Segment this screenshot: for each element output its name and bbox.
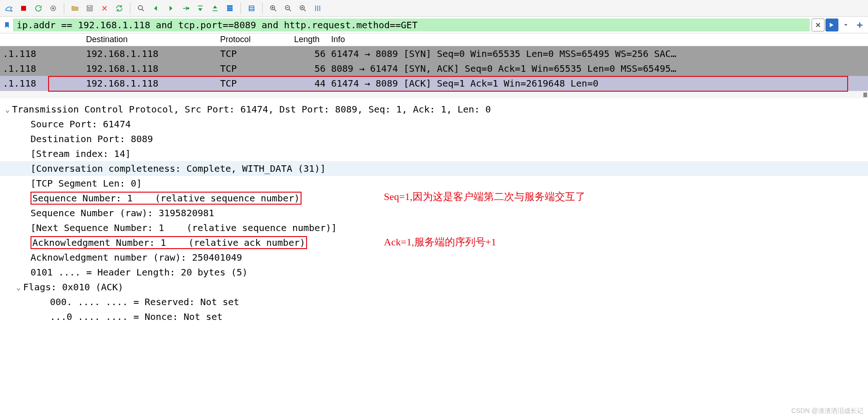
cell-info: 61474 → 8089 [ACK] Seq=1 Ack=1 Win=26196… (328, 78, 866, 89)
filter-history-icon[interactable] (839, 19, 852, 31)
filter-clear-icon[interactable] (812, 19, 825, 31)
svg-point-2 (53, 7, 54, 9)
autoscroll-icon[interactable] (224, 2, 236, 14)
col-length[interactable]: Length (291, 35, 328, 44)
bottom-icon[interactable] (209, 2, 221, 14)
svg-point-5 (138, 6, 142, 10)
display-filter-input[interactable] (13, 19, 810, 31)
packet-list-pane: Destination Protocol Length Info .1.118 … (0, 33, 868, 98)
expander-icon[interactable]: ⌄ (3, 105, 12, 114)
cell-source: .1.118 (0, 78, 83, 89)
watermark: CSDN @渣渣洒泪成长记 (791, 407, 863, 415)
zoom-reset-icon[interactable] (297, 2, 309, 14)
packet-list-header[interactable]: Destination Protocol Length Info (0, 33, 868, 46)
field-flags[interactable]: ⌄ Flags: 0x010 (ACK) (0, 280, 868, 294)
prev-icon[interactable] (150, 2, 162, 14)
field-conversation-completeness[interactable]: [Conversation completeness: Complete, WI… (0, 161, 868, 176)
cell-destination: 192.168.1.118 (83, 63, 217, 74)
svg-rect-12 (249, 6, 254, 11)
field-header-length[interactable]: 0101 .... = Header Length: 20 bytes (5) (0, 265, 868, 280)
cell-protocol: TCP (217, 48, 291, 59)
top-icon[interactable] (194, 2, 206, 14)
toolbar-separator (130, 3, 130, 14)
reload-icon[interactable] (113, 2, 125, 14)
toolbar-separator (240, 3, 241, 14)
app-root: + Destination Protocol Length Info .1.11… (0, 0, 868, 419)
col-protocol[interactable]: Protocol (217, 35, 291, 44)
find-icon[interactable] (135, 2, 147, 14)
jump-icon[interactable] (179, 2, 191, 14)
packet-row[interactable]: .1.118 192.168.1.118 TCP 56 61474 → 8089… (0, 46, 868, 61)
filter-add-icon[interactable]: + (853, 19, 866, 31)
colorize-icon[interactable] (246, 2, 258, 14)
close-file-icon[interactable] (98, 2, 111, 14)
options-icon[interactable] (47, 2, 59, 14)
packet-details-pane: ⌄ Transmission Control Protocol, Src Por… (0, 98, 868, 419)
zoom-out-icon[interactable] (282, 2, 294, 14)
resize-cols-icon[interactable] (312, 2, 324, 14)
svg-rect-0 (21, 6, 26, 11)
restart-icon[interactable] (32, 2, 44, 14)
shark-icon[interactable] (3, 2, 15, 14)
svg-point-6 (188, 7, 189, 9)
open-icon[interactable] (69, 2, 81, 14)
field-source-port[interactable]: Source Port: 61474 (0, 117, 868, 131)
col-destination[interactable]: Destination (83, 35, 217, 44)
filter-apply-icon[interactable] (825, 19, 838, 31)
svg-rect-9 (228, 6, 233, 6)
proto-tcp-label: Transmission Control Protocol, Src Port:… (12, 104, 491, 115)
cell-protocol: TCP (217, 78, 291, 89)
toolbar-separator (64, 3, 64, 14)
field-sequence-number-raw[interactable]: Sequence Number (raw): 3195820981 (0, 206, 868, 220)
svg-rect-4 (88, 6, 91, 7)
stop-icon[interactable] (18, 2, 30, 14)
save-icon[interactable] (84, 2, 96, 14)
svg-rect-10 (228, 7, 233, 8)
field-flag-nonce[interactable]: ...0 .... .... = Nonce: Not set (0, 309, 868, 324)
field-stream-index[interactable]: [Stream index: 14] (0, 146, 868, 161)
svg-rect-11 (228, 10, 233, 11)
field-next-sequence-number[interactable]: [Next Sequence Number: 1 (relative seque… (0, 220, 868, 235)
svg-rect-8 (213, 10, 218, 11)
packet-row[interactable]: .1.118 192.168.1.118 TCP 56 8089 → 61474… (0, 61, 868, 76)
filter-bar: + (0, 17, 868, 33)
expander-icon[interactable]: ⌄ (14, 283, 23, 292)
cell-length: 44 (291, 78, 328, 89)
annotation-seq: Seq=1,因为这是客户端第二次与服务端交互了 (384, 190, 585, 204)
annotation-ack: Ack=1,服务端的序列号+1 (384, 235, 496, 249)
main-toolbar (0, 0, 868, 17)
cell-destination: 192.168.1.118 (83, 48, 217, 59)
field-flag-reserved[interactable]: 000. .... .... = Reserved: Not set (0, 294, 868, 309)
svg-rect-7 (198, 6, 203, 6)
packet-list-hscroll[interactable] (0, 91, 868, 98)
field-tcp-segment-len[interactable]: [TCP Segment Len: 0] (0, 176, 868, 191)
cell-length: 56 (291, 48, 328, 59)
filter-bookmark-icon[interactable] (2, 20, 12, 30)
filter-actions: + (812, 19, 866, 31)
zoom-in-icon[interactable] (267, 2, 279, 14)
field-ack-number-raw[interactable]: Acknowledgment number (raw): 250401049 (0, 250, 868, 265)
proto-tcp-header[interactable]: ⌄ Transmission Control Protocol, Src Por… (0, 102, 868, 117)
toolbar-separator (262, 3, 263, 14)
field-dest-port[interactable]: Destination Port: 8089 (0, 131, 868, 146)
cell-info: 8089 → 61474 [SYN, ACK] Seq=0 Ack=1 Win=… (328, 63, 866, 74)
col-info[interactable]: Info (328, 35, 868, 44)
cell-destination: 192.168.1.118 (83, 78, 217, 89)
cell-source: .1.118 (0, 48, 83, 59)
next-icon[interactable] (165, 2, 177, 14)
cell-protocol: TCP (217, 63, 291, 74)
cell-info: 61474 → 8089 [SYN] Seq=0 Win=65535 Len=0… (328, 48, 866, 59)
cell-length: 56 (291, 63, 328, 74)
cell-source: .1.118 (0, 63, 83, 74)
packet-row-selected[interactable]: .1.118 192.168.1.118 TCP 44 61474 → 8089… (0, 76, 868, 91)
